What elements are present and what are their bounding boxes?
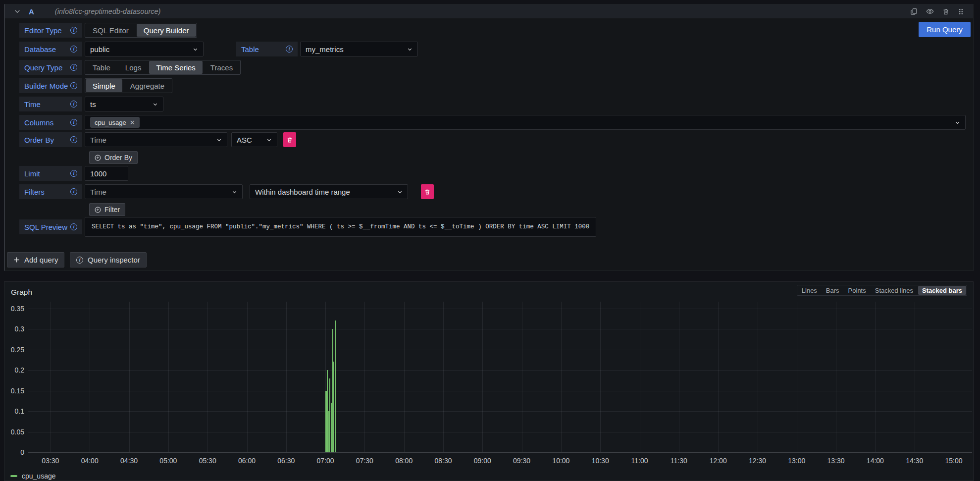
option-time-series[interactable]: Time Series bbox=[149, 61, 202, 74]
table-label: Tablei bbox=[236, 42, 298, 56]
x-tick-label: 08:30 bbox=[428, 457, 459, 465]
time-column-select[interactable]: ts bbox=[85, 97, 163, 111]
query-type-label: Query Typei bbox=[19, 60, 82, 75]
info-icon[interactable]: i bbox=[70, 27, 77, 34]
remove-order-by-button[interactable] bbox=[283, 132, 296, 147]
editor-type-label: Editor Typei bbox=[19, 23, 82, 38]
option-logs[interactable]: Logs bbox=[118, 61, 149, 74]
info-icon[interactable]: i bbox=[70, 170, 77, 177]
query-type-switch: TableLogsTime SeriesTraces bbox=[85, 60, 241, 75]
query-row-header[interactable]: A (info8fcc-greptimedb-datasource) bbox=[5, 4, 973, 18]
option-table[interactable]: Table bbox=[86, 61, 117, 74]
info-icon[interactable]: i bbox=[70, 82, 77, 89]
x-tick-label: 09:30 bbox=[507, 457, 537, 465]
filter-condition-select[interactable]: Within dashboard time range bbox=[250, 184, 408, 199]
chevron-down-icon[interactable] bbox=[14, 8, 21, 15]
gridline-v bbox=[286, 302, 287, 452]
gridline-v bbox=[915, 302, 915, 452]
x-tick-label: 03:30 bbox=[35, 457, 66, 465]
row-sql-preview: SQL Previewi bbox=[19, 217, 85, 237]
chevron-down-icon bbox=[232, 189, 237, 195]
gridline-v bbox=[90, 302, 90, 452]
filters-label: Filtersi bbox=[19, 184, 82, 199]
plus-circle-icon bbox=[95, 207, 101, 213]
y-tick-label: 0 bbox=[4, 448, 24, 456]
gridline-h bbox=[28, 411, 972, 412]
option-aggregate[interactable]: Aggregate bbox=[123, 79, 171, 92]
trash-icon bbox=[287, 137, 293, 143]
remove-filter-button[interactable] bbox=[421, 184, 434, 199]
info-icon[interactable]: i bbox=[70, 46, 77, 53]
option-simple[interactable]: Simple bbox=[86, 79, 122, 92]
add-order-by-button[interactable]: Order By bbox=[89, 151, 138, 164]
gridline-v bbox=[168, 302, 169, 452]
copy-icon[interactable] bbox=[910, 8, 918, 15]
row-filters: Filtersi Time Within dashboard time rang… bbox=[19, 184, 434, 199]
info-icon[interactable]: i bbox=[70, 119, 77, 126]
y-tick-label: 0.35 bbox=[4, 305, 24, 313]
query-inspector-button[interactable]: i Query inspector bbox=[70, 252, 147, 267]
gridline-v bbox=[129, 302, 130, 452]
legend-color-dash bbox=[10, 475, 17, 477]
gridline-v bbox=[836, 302, 836, 452]
row-limit: Limiti bbox=[19, 166, 128, 181]
drag-handle-icon[interactable] bbox=[958, 8, 964, 15]
y-tick-label: 0.25 bbox=[4, 346, 24, 354]
x-tick-label: 05:00 bbox=[153, 457, 184, 465]
remove-column-icon[interactable]: ✕ bbox=[130, 119, 135, 126]
info-icon[interactable]: i bbox=[70, 101, 77, 107]
gridline-v bbox=[522, 302, 522, 452]
chevron-down-icon bbox=[193, 47, 198, 52]
x-tick-label: 07:30 bbox=[349, 457, 380, 465]
x-tick-label: 06:00 bbox=[232, 457, 262, 465]
x-tick-label: 14:00 bbox=[860, 457, 890, 465]
x-tick-label: 08:00 bbox=[389, 457, 419, 465]
option-sql-editor[interactable]: SQL Editor bbox=[86, 24, 136, 37]
gridline-v bbox=[247, 302, 248, 452]
trash-icon[interactable] bbox=[942, 8, 949, 15]
info-icon[interactable]: i bbox=[286, 46, 293, 53]
limit-input[interactable] bbox=[85, 166, 128, 181]
gridline-h bbox=[28, 309, 972, 309]
x-tick-label: 11:00 bbox=[624, 457, 655, 465]
x-tick-label: 05:30 bbox=[192, 457, 223, 465]
x-tick-label: 04:00 bbox=[74, 457, 105, 465]
columns-multiselect[interactable]: cpu_usage ✕ bbox=[85, 115, 966, 130]
eye-icon[interactable] bbox=[926, 7, 934, 15]
option-traces[interactable]: Traces bbox=[204, 61, 240, 74]
database-select[interactable]: public bbox=[85, 42, 204, 56]
legend-item-cpu-usage[interactable]: cpu_usage bbox=[10, 472, 56, 480]
table-select[interactable]: my_metrics bbox=[300, 42, 418, 56]
info-icon[interactable]: i bbox=[70, 188, 77, 195]
y-tick-label: 0.1 bbox=[4, 407, 24, 415]
run-query-button[interactable]: Run Query bbox=[919, 22, 971, 37]
x-tick-label: 10:00 bbox=[546, 457, 576, 465]
plus-icon bbox=[13, 257, 20, 263]
chevron-down-icon bbox=[153, 102, 158, 107]
add-query-button[interactable]: Add query bbox=[7, 252, 64, 267]
gridline-v bbox=[640, 302, 640, 452]
y-tick-label: 0.15 bbox=[4, 387, 24, 395]
info-icon[interactable]: i bbox=[70, 136, 77, 143]
order-by-column-select[interactable]: Time bbox=[85, 132, 227, 147]
gridline-v bbox=[679, 302, 679, 452]
row-columns: Columnsi cpu_usage ✕ bbox=[19, 115, 966, 130]
order-by-direction-select[interactable]: ASC bbox=[231, 132, 277, 147]
time-series-chart[interactable]: 00.050.10.150.20.250.30.3503:3004:0004:3… bbox=[4, 282, 973, 481]
add-filter-button[interactable]: Filter bbox=[89, 203, 125, 216]
gridline-v bbox=[797, 302, 797, 452]
x-tick-label: 15:00 bbox=[938, 457, 969, 465]
filter-column-select[interactable]: Time bbox=[85, 184, 243, 199]
row-query-type: Query Typei TableLogsTime SeriesTraces bbox=[19, 60, 241, 75]
option-query-builder[interactable]: Query Builder bbox=[137, 24, 196, 37]
column-chip: cpu_usage ✕ bbox=[90, 117, 140, 128]
row-editor-type: Editor Typei SQL EditorQuery Builder bbox=[19, 23, 197, 38]
info-icon[interactable]: i bbox=[70, 64, 77, 71]
time-label: Timei bbox=[19, 97, 82, 111]
row-builder-mode: Builder Modei SimpleAggregate bbox=[19, 78, 172, 93]
query-editor-card: A (info8fcc-greptimedb-datasource) bbox=[4, 4, 974, 271]
bar-cpu-usage-07-07 bbox=[335, 321, 336, 452]
info-icon[interactable]: i bbox=[70, 223, 77, 230]
order-by-label: Order Byi bbox=[19, 132, 82, 147]
chevron-down-icon bbox=[955, 120, 960, 125]
